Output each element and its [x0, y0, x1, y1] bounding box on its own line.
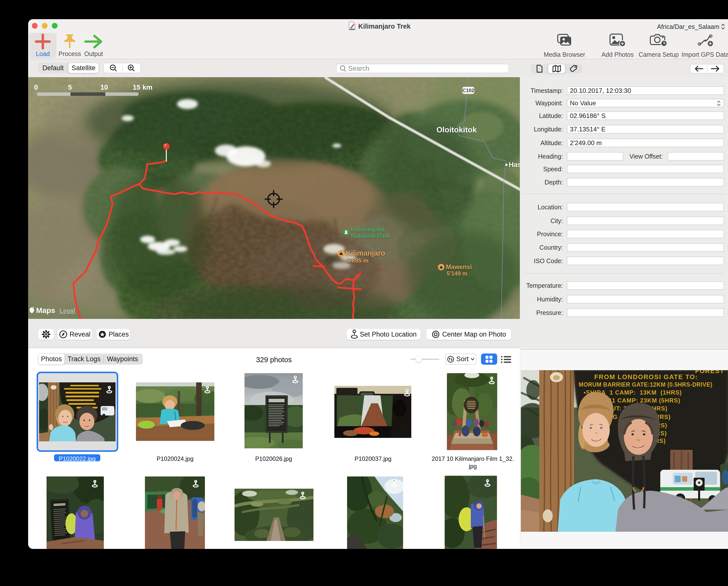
svg-text:MORUM BARRIER GATE:12KM (0.5HR: MORUM BARRIER GATE:12KM (0.5HRS-DRIVE) [579, 381, 712, 388]
svg-text:FOREST: FOREST [695, 370, 724, 375]
svg-text:Maps: Maps [36, 306, 55, 314]
svg-text:0: 0 [34, 83, 38, 91]
svg-text:10: 10 [100, 83, 108, 91]
svg-text:Has: Has [509, 161, 520, 168]
svg-text:Legal: Legal [59, 307, 75, 314]
svg-text:Kilimanjaro: Kilimanjaro [346, 249, 385, 257]
svg-text:FROM LONDOROSI GATE TO:: FROM LONDOROSI GATE TO: [594, 373, 698, 381]
svg-text:5'149 m: 5'149 m [447, 270, 467, 277]
svg-text:15 km: 15 km [133, 83, 152, 91]
svg-text:5'895 m: 5'895 m [347, 257, 368, 264]
svg-text:5: 5 [68, 83, 72, 91]
svg-text:C102: C102 [462, 88, 474, 93]
svg-text:Mawensi: Mawensi [446, 263, 472, 270]
svg-text:National Park: National Park [350, 232, 390, 239]
svg-text:Kilimanjaro: Kilimanjaro [350, 226, 384, 233]
svg-text:Oloitokitok: Oloitokitok [437, 126, 477, 134]
